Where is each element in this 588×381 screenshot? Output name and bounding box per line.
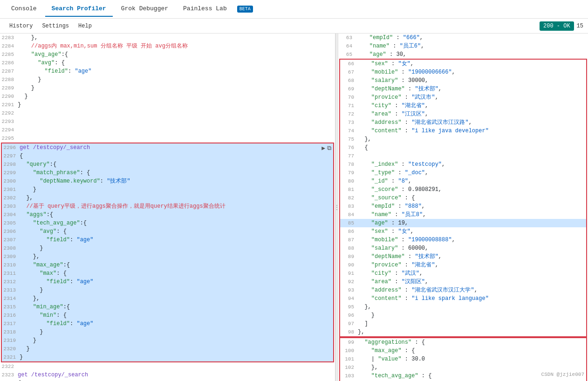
code-line: 68 "salary" : 30000,	[340, 76, 586, 85]
sub-nav-history[interactable]: History	[5, 20, 37, 32]
code-line: 2323 get /testcopy/_search	[0, 371, 335, 379]
code-line: 2295	[0, 134, 335, 143]
highlighted-line: 2301 }	[2, 185, 333, 194]
code-line: 69 "deptName" : "技术部",	[340, 85, 586, 93]
code-line: 72 "area" : "江汉区",	[340, 110, 586, 118]
highlighted-line: 2309 },	[2, 252, 333, 261]
highlighted-code-block: ▶ ⧉ 2296 get /testcopy/_search 2297 { 22…	[1, 143, 334, 362]
code-line: 87 "mobile" : "19000008888",	[340, 236, 586, 244]
code-line: 93 "address" : "湖北省武汉市汉江大学",	[340, 286, 586, 294]
status-badge: 200 - OK	[540, 21, 574, 31]
code-line: 73 "address" : "湖北省武汉市江汉路",	[340, 118, 586, 127]
highlighted-line: 2314 },	[2, 294, 333, 303]
code-line: 102 },	[340, 363, 586, 372]
highlighted-line: 2306 "avg": {	[2, 227, 333, 236]
watermark: CSDN @jzjie007	[541, 372, 584, 377]
tab-search-profiler[interactable]: Search Profiler	[45, 1, 113, 17]
code-line: 2287 "field": "age"	[0, 67, 335, 75]
sub-nav-help[interactable]: Help	[74, 20, 96, 32]
code-line: 64 "name" : "员工6",	[338, 42, 588, 50]
code-line: 84 "name" : "员工8",	[340, 211, 586, 219]
tab-painless-lab[interactable]: Painless Lab	[177, 1, 233, 17]
code-line: 2291 }	[0, 101, 335, 109]
code-line: 71 "city" : "湖北省",	[340, 102, 586, 110]
code-line: 2322	[0, 362, 335, 371]
code-line: 65 "age" : 30,	[338, 50, 588, 59]
highlighted-line: 2312 "field": "age"	[2, 278, 333, 286]
code-line: 101 | "value" : 30.0	[340, 355, 586, 363]
code-line: 95 },	[340, 303, 586, 311]
highlighted-line: 2318 }	[2, 328, 333, 336]
tab-grok-debugger[interactable]: Grok Debugger	[115, 1, 175, 17]
highlighted-line: 2316 "min": {	[2, 311, 333, 320]
sub-navigation: History Settings Help 200 - OK 15	[0, 19, 588, 34]
code-line: 67 "mobile" : "19000006666",	[340, 68, 586, 76]
code-line: 2290 }	[0, 92, 335, 101]
highlighted-line: 2311 "max": {	[2, 269, 333, 278]
highlighted-line: 85 "age" : 19,	[340, 219, 586, 227]
code-line: 86 "sex" : "女",	[340, 227, 586, 236]
code-line: 66 "sex" : "女",	[340, 60, 586, 68]
sub-nav-settings[interactable]: Settings	[37, 20, 74, 32]
right-code-area: 63 "empId" : "666", 64 "name" : "员工6", 6…	[338, 34, 588, 381]
code-line: 2324 {	[0, 379, 335, 381]
highlighted-line: 2320 }	[2, 345, 333, 353]
highlighted-line: 2317 "field": "age"	[2, 320, 333, 328]
status-time: 15	[577, 23, 583, 29]
status-area: 200 - OK 15	[540, 21, 583, 31]
highlighted-line: 2300 "deptName.keyword": "技术部"	[2, 177, 333, 185]
code-line: 90 "provice" : "湖北省",	[340, 261, 586, 269]
code-line: 92 "area" : "汉阳区",	[340, 278, 586, 286]
code-line: 75 },	[340, 135, 586, 143]
highlighted-line: 2313 }	[2, 286, 333, 294]
highlighted-line: 2319 }	[2, 336, 333, 345]
code-line: 79 "_type" : "_doc",	[340, 169, 586, 177]
code-line: 89 "deptName" : "技术部",	[340, 252, 586, 261]
code-line: 76 {	[340, 143, 586, 152]
highlighted-line: 2297 {	[2, 152, 333, 160]
code-line: 2283 },	[0, 34, 335, 42]
code-line: 2288 }	[0, 75, 335, 84]
code-line: 2286 "avg": {	[0, 59, 335, 67]
highlighted-line: 2321 }	[2, 353, 333, 361]
copy-icon[interactable]: ⧉	[327, 144, 331, 153]
code-line: 97 ]	[340, 320, 586, 328]
highlighted-line: 2303 //基于 query平级，进行aggs聚合操作，就是用query结果进…	[2, 202, 333, 211]
main-container: 2283 }, 2284 //aggs内 max,min,sum 分组名称 平级…	[0, 34, 588, 381]
code-line: 96 }	[340, 311, 586, 320]
code-line: 83 "empId" : "888",	[340, 202, 586, 211]
code-line: 2285 "avg_age":{	[0, 50, 335, 59]
code-line: 63 "empId" : "666",	[338, 34, 588, 42]
right-code-panel[interactable]: 63 "empId" : "666", 64 "name" : "员工6", 6…	[338, 34, 588, 381]
highlighted-line: 2302 },	[2, 194, 333, 202]
left-code-area: 2283 }, 2284 //aggs内 max,min,sum 分组名称 平级…	[0, 34, 335, 381]
code-line: 78 "_index" : "testcopy",	[340, 160, 586, 169]
code-line: 2289 }	[0, 84, 335, 92]
highlighted-line: 2296 get /testcopy/_search	[2, 143, 333, 152]
tab-console[interactable]: Console	[5, 1, 43, 17]
beta-badge: BETA	[237, 6, 253, 13]
left-code-panel[interactable]: 2283 }, 2284 //aggs内 max,min,sum 分组名称 平级…	[0, 34, 335, 381]
code-line: 88 "salary" : 60000,	[340, 244, 586, 252]
code-line: 91 "city" : "武汉",	[340, 269, 586, 278]
highlighted-line: 2304 "aggs":{	[2, 211, 333, 219]
panel-resizer[interactable]	[335, 34, 338, 381]
code-line: 2284 //aggs内 max,min,sum 分组名称 平级 开始 avg分…	[0, 42, 335, 50]
code-line: 94 "content" : "i like spark language"	[340, 294, 586, 303]
highlighted-line: 2298 "query":{	[2, 160, 333, 169]
code-line: 98 },	[340, 328, 586, 336]
code-line: 80 "_id" : "8",	[340, 177, 586, 185]
code-line: 100 "max_age" : {	[340, 347, 586, 355]
highlighted-line: 2305 "tech_avg_age":{	[2, 219, 333, 227]
code-line: 70 "provice" : "武汉市",	[340, 93, 586, 102]
code-line: 82 "_source" : {	[340, 194, 586, 202]
code-line: 77	[340, 152, 586, 160]
code-line: 2293	[0, 117, 335, 126]
red-border-block-1: 66 "sex" : "女", 67 "mobile" : "190000066…	[339, 59, 587, 337]
code-line: 74 "content" : "i like java developer"	[340, 127, 586, 135]
run-icon[interactable]: ▶	[321, 144, 325, 153]
highlighted-line: 2308 }	[2, 244, 333, 252]
highlighted-line: 2307 "field": "age"	[2, 236, 333, 244]
code-line: 2294	[0, 126, 335, 134]
highlighted-line: 2315 "min_age":{	[2, 303, 333, 311]
